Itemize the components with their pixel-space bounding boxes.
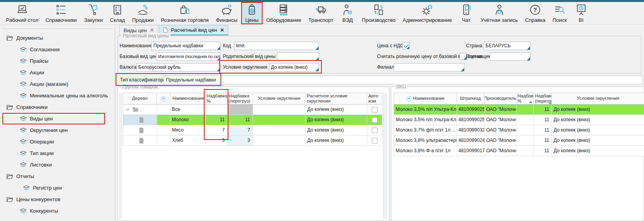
column-header-calc-rounding[interactable]: Расчетное условие округления [306, 93, 367, 104]
toolbar-item-chat[interactable]: Чат [456, 2, 477, 24]
toolbar-item-prices[interactable]: $ Цены [241, 2, 263, 24]
folder-icon [6, 35, 13, 41]
markup-cell [205, 105, 228, 114]
column-header-rounding[interactable]: Условие округления [552, 93, 644, 104]
table-row[interactable]: Хлеб 3 3 До копеек (вниз) [123, 136, 382, 146]
sidebar-folder-documents[interactable]: Документы [2, 32, 112, 44]
toolbar-item-desktop[interactable]: Рабочий стол [2, 2, 42, 24]
toolbar-item-ved[interactable]: ВЭД [337, 2, 358, 24]
toolbar-item-label: Производство [362, 17, 396, 23]
sidebar-item-leaflets[interactable]: Листовки [2, 159, 112, 171]
toolbar-item-label: Транспорт [308, 17, 333, 23]
supplier-field[interactable] [490, 52, 530, 61]
toolbar-item-transport[interactable]: Транспорт [305, 2, 337, 24]
code-field[interactable]: limit [234, 42, 319, 50]
country-field[interactable]: БЕЛАРУСЬ [483, 42, 530, 50]
sidebar-item-price-roundings[interactable]: Округления цен [2, 124, 112, 136]
classifier-type-field[interactable]: Предельные надбавки [164, 76, 643, 84]
table-row[interactable]: Мясо 7 7 До копеек (вниз) [123, 125, 382, 136]
toolbar-item-directories[interactable]: Справочники [42, 2, 81, 24]
gears-icon [420, 4, 435, 16]
sidebar-item-price-register[interactable]: Регистр цен [2, 182, 112, 194]
sidebar-item-pricelists[interactable]: Прайсы [2, 55, 112, 67]
table-row[interactable]: Молоко 3,8% ультрапастеризов... 48100990… [394, 136, 644, 146]
toolbar-item-equipment[interactable]: Оборудование [263, 2, 305, 24]
table-row[interactable]: Все До копеек (вниз) [123, 105, 382, 115]
sidebar-folder-reports[interactable]: Отчеты [2, 171, 112, 182]
auto-change-checkbox[interactable] [372, 107, 377, 112]
layers-icon [20, 93, 27, 99]
sidebar-folder-competitor-prices[interactable]: Цены конкурентов [2, 194, 112, 205]
toolbar-item-account[interactable]: Учётная запись [477, 2, 522, 24]
currency-field[interactable]: Белорусский рубль [136, 63, 220, 72]
sidebar-item-operations[interactable]: Операции [2, 136, 112, 147]
toolbar-item-retail[interactable]: Розничная торговля [157, 2, 213, 24]
account-lock-icon [492, 4, 507, 16]
toolbar-item-administration[interactable]: Администрирование [399, 2, 456, 24]
sidebar-item-promotions-store[interactable]: Акции (магазин) [2, 78, 112, 90]
table-row-selected[interactable]: Молоко 3,5% п/п Ультра-Клин 0... 4810099… [394, 105, 644, 115]
markup-overload-cell: 7 [228, 125, 253, 135]
column-header-barcode[interactable]: Штрихкод [457, 93, 485, 104]
sidebar-item-price-types[interactable]: Виды цен [2, 113, 105, 124]
toolbar-item-search[interactable]: Поиск [549, 2, 571, 24]
auto-change-checkbox[interactable] [372, 138, 377, 143]
rounding-condition-label: Условие округления [223, 63, 267, 72]
column-header-name[interactable]: Наименование [394, 93, 457, 104]
chevron-down-icon[interactable] [126, 108, 130, 111]
table-row[interactable]: Молоко 3,8% Ф-а п/эт 1л 4810099017669 ОА… [394, 146, 644, 156]
column-header-markup-overload[interactable]: Надбавка (перегруз) [228, 93, 253, 104]
name-field[interactable]: Предельные надбавки [151, 42, 220, 50]
base-price-type-field[interactable]: Изготовителя (последняя по складу) [156, 52, 220, 61]
column-header-sort[interactable] [157, 93, 170, 104]
column-header-rounding[interactable]: Условие округления [253, 93, 306, 104]
auto-change-checkbox[interactable] [372, 128, 377, 133]
sidebar-folder-directories[interactable]: Справочники [2, 101, 112, 113]
toolbar-item-warehouse[interactable]: Склад [106, 2, 129, 24]
column-header-name[interactable]: Наименование [170, 93, 205, 104]
column-header-auto-change[interactable]: Авто изм [367, 93, 382, 104]
sidebar-item-label: Справочники [16, 104, 48, 110]
markup-cell [516, 115, 534, 125]
toolbar-item-label: Поиск [553, 17, 567, 23]
rounding-condition-field[interactable]: До копеек (вниз) [269, 63, 319, 72]
column-header-tree[interactable]: Дерево [123, 93, 157, 104]
layers-icon [20, 208, 27, 214]
toolbar-item-finance[interactable]: Финансы [212, 2, 241, 24]
toolbar-item-production[interactable]: Производство [358, 2, 399, 24]
toolbar-item-help[interactable]: ? Справка [522, 2, 549, 24]
vertical-scrollbar[interactable] [119, 93, 122, 219]
server-icon [277, 4, 291, 16]
sidebar-item-competitors[interactable]: Конкуренты [2, 205, 112, 217]
table-header-row: Дерево Наименование Надбавка % Надбавка … [123, 93, 382, 105]
layers-icon [20, 81, 27, 87]
column-header-producer[interactable]: Производитель [485, 93, 516, 104]
column-header-markup[interactable]: Надбавка % [205, 93, 228, 104]
sidebar-item-min-alcohol-prices[interactable]: Минимальные цены на алкоголь [2, 90, 112, 101]
layers-icon [20, 70, 27, 76]
close-icon[interactable]: ✕ [220, 27, 224, 33]
toolbar-item-bi[interactable]: BI [571, 2, 592, 24]
branch-field[interactable] [394, 63, 464, 72]
table-row-selected[interactable]: Молоко 11 11 До копеек (вниз) [123, 115, 382, 125]
toolbar-item-sales[interactable]: Продажи [128, 2, 157, 24]
table-row[interactable]: Молоко 3,7% ф/п п/эт 1л ... 481009903276… [394, 125, 644, 136]
auto-change-checkbox[interactable] [372, 117, 377, 123]
rounding-cell [253, 125, 306, 135]
table-row[interactable]: Молоко 3,5% п/п Ультра-Клин 1... 4810099… [394, 115, 644, 125]
sku-name-cell: Молоко 3,8% ультрапастеризов... [394, 136, 457, 145]
sidebar-item-agreements[interactable]: Соглашения [2, 44, 112, 55]
vat-checkbox[interactable] [402, 42, 410, 49]
vertical-scrollbar[interactable] [383, 93, 387, 219]
sidebar-item-promotions[interactable]: Акции [2, 67, 112, 78]
markup-overload-cell: 11 [534, 125, 552, 135]
toolbar-item-label: Цены [245, 17, 258, 23]
close-icon[interactable]: ✕ [150, 27, 154, 33]
parent-price-type-field[interactable] [277, 52, 319, 61]
markup-overload-cell: 11 [534, 105, 552, 114]
column-header-markup-overload[interactable]: Надбавка, (перегруз) [534, 93, 552, 104]
base-price-type-label: Базовый вид цены [120, 52, 161, 61]
sidebar-item-promo-type[interactable]: Тип акции [2, 147, 112, 159]
toolbar-item-purchases[interactable]: Закупки [80, 2, 106, 24]
column-header-markup[interactable]: Надбавка, % [516, 93, 534, 104]
